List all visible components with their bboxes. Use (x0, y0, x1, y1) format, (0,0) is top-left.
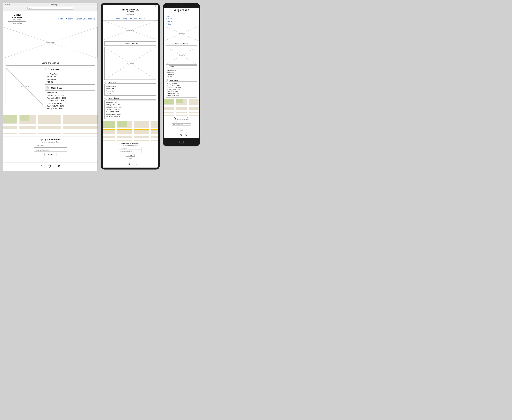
tablet-nav-contact[interactable]: Contact Us (129, 18, 137, 19)
tablet-battery: 🔋 (155, 5, 156, 7)
decorative-tilde: ~~~ (6, 158, 95, 160)
mobile-twitter-icon[interactable] (185, 134, 187, 137)
svg-point-22 (180, 135, 181, 136)
svg-rect-5 (48, 165, 51, 167)
tablet-visit-heading: Come and Visit Us (104, 41, 156, 46)
tablet-map (103, 121, 158, 141)
nav-contact[interactable]: Contact Us (75, 18, 85, 20)
open-times-title: Open Times (50, 86, 95, 90)
hours-wednesday: Wednesday: 10:00 – 18:00 (47, 97, 94, 99)
visit-section: Cafe Image 📍 Address 101 Cake Street Des… (3, 68, 98, 113)
mobile-map (164, 99, 199, 116)
instagram-icon[interactable] (48, 165, 51, 169)
tablet-cafe-image: Cafe Image (104, 47, 156, 80)
mobile-nav-products[interactable]: Products (166, 17, 197, 20)
address-line-4: TR3 4TS (47, 81, 94, 83)
mobile-nav-home[interactable]: Home (166, 15, 197, 17)
logo-box: VIKKI SPONGE Patisserie Expert Bakers (6, 12, 29, 25)
hours-sunday: Sunday: 10:00 – 16:00 (47, 107, 94, 110)
svg-point-6 (49, 166, 50, 167)
map-background (3, 115, 98, 134)
svg-point-23 (181, 135, 181, 135)
nav-home[interactable]: Home (58, 18, 63, 20)
mobile-nav-contact[interactable]: Contact Us (166, 20, 197, 23)
twitter-icon[interactable] (57, 165, 60, 169)
address-content: 101 Cake Street Dessert Town Puddingshir… (45, 72, 95, 85)
address-line-2: Dessert Town (47, 75, 94, 78)
tablet-newsletter-title: Sign up to our newsletter (104, 142, 156, 144)
mobile-facebook-icon[interactable]: f (176, 134, 176, 137)
tablet-hero-label: Hero Image (126, 30, 134, 31)
mobile-submit-btn[interactable]: Submit (178, 127, 185, 129)
address-block: 📍 Address 101 Cake Street Dessert Town P… (45, 68, 95, 85)
address-line-1: 101 Cake Street (47, 73, 94, 75)
mobile-nav: Home Products Contact Us Find Us (164, 14, 199, 26)
hours-monday: Monday: CLOSED (47, 92, 94, 94)
mobile-hero: Hero Image (164, 26, 199, 41)
desktop-map (3, 115, 98, 134)
mobile-name-input[interactable] (172, 121, 191, 123)
browser-minimize[interactable] (7, 4, 8, 5)
desktop-nav: Home Gallery Contact Us Find Us (58, 18, 95, 20)
mobile-open-times-content: Monday: CLOSED Tuesday: 10:00 – 18:00 We… (166, 82, 197, 98)
tablet-tagline: Expert Bakers (104, 14, 156, 15)
hero-label: Hero Image (46, 42, 55, 44)
hours-saturday: Saturday: 10:00 – 18:00 (47, 105, 94, 107)
mobile-newsletter: Sign up to our newsletter for news and s… (164, 116, 199, 133)
newsletter-title: Sign up to our newsletter (6, 139, 95, 141)
tablet-time: 9:41 (104, 5, 107, 7)
facebook-icon[interactable]: f (40, 165, 41, 169)
tablet-facebook-icon[interactable]: f (123, 163, 124, 166)
address-header: 📍 Address (45, 68, 95, 71)
mobile-instagram-icon[interactable] (180, 134, 182, 137)
tablet-header: VIKKI SPONGE Patisserie Expert Bakers (103, 7, 158, 17)
browser-maximize[interactable] (8, 4, 10, 5)
mobile-address-header: 📍 Address (166, 66, 197, 68)
tablet-logo-name: VIKKI SPONGE (104, 8, 156, 11)
tablet-nav-home[interactable]: Home (116, 18, 120, 19)
mobile-map-pin-icon: 📍 (166, 66, 168, 68)
mobile-clock-icon: 🕐 (166, 79, 168, 82)
tablet-nav-gallery[interactable]: Gallery (122, 18, 127, 19)
mobile-logo-name: VIKKI SPONGE (166, 9, 197, 11)
browser-close[interactable] (5, 4, 6, 5)
mobile-open-times-header: 🕐 Open Times (166, 79, 197, 82)
hours-tuesday: Tuesday: 10:00 – 18:00 (47, 94, 94, 97)
newsletter-email-input[interactable] (34, 148, 67, 152)
tablet-name-input[interactable] (119, 147, 142, 150)
tablet-hero: Hero Image (103, 21, 158, 40)
logo-name: VIKKI SPONGE (8, 14, 26, 19)
mobile-address-title: Address (169, 66, 197, 68)
newsletter-submit[interactable]: Submit (44, 153, 56, 156)
tablet-tilde: ~~~ (104, 158, 156, 159)
mobile-notch (177, 5, 186, 7)
tablet-submit-btn[interactable]: Submit (126, 154, 135, 157)
tablet-map-pin-icon: 📍 (104, 81, 107, 84)
tablet-screen: 9:41 🔋 VIKKI SPONGE Patisserie Expert Ba… (103, 5, 158, 168)
browser-url[interactable] (28, 7, 73, 10)
mobile-cafe-image: Cafe Image (166, 47, 197, 65)
tablet-logo-subtitle: Patisserie (104, 11, 156, 13)
tablet-email-input[interactable] (119, 150, 142, 153)
browser-controls (5, 4, 10, 5)
tablet-wireframe: 9:41 🔋 VIKKI SPONGE Patisserie Expert Ba… (101, 3, 160, 170)
mobile-home-button[interactable] (179, 140, 184, 144)
nav-gallery[interactable]: Gallery (66, 18, 73, 20)
tablet-instagram-icon[interactable] (128, 163, 131, 166)
mobile-email-input[interactable] (172, 123, 191, 126)
tablet-open-times-content: Monday: CLOSED Tuesday: 10:00 – 18:00 We… (104, 100, 156, 119)
mobile-camera (181, 5, 182, 6)
tablet-address-content: 101 Cake Street Dessert Town Puddingshir… (104, 84, 156, 96)
hours-friday: Friday: 10:00 – 18:00 (47, 102, 94, 105)
nav-findus[interactable]: Find Us (88, 18, 95, 20)
newsletter-name-input[interactable] (34, 144, 67, 148)
address-line-3: Puddingshire (47, 78, 94, 81)
mobile-address-content: 101 Cake Street Dessert Town Puddingshir… (166, 68, 197, 78)
browser-title: A Web Page (11, 4, 96, 6)
tablet-twitter-icon[interactable] (135, 163, 138, 166)
map-pin-icon: 📍 (45, 68, 49, 71)
mobile-hero-label: Hero Image (178, 33, 185, 34)
tablet-nav-findus[interactable]: Find Us (139, 18, 145, 19)
visit-heading: Come and Visit Us (6, 60, 95, 66)
mobile-nav-findus[interactable]: Find Us (166, 23, 197, 25)
